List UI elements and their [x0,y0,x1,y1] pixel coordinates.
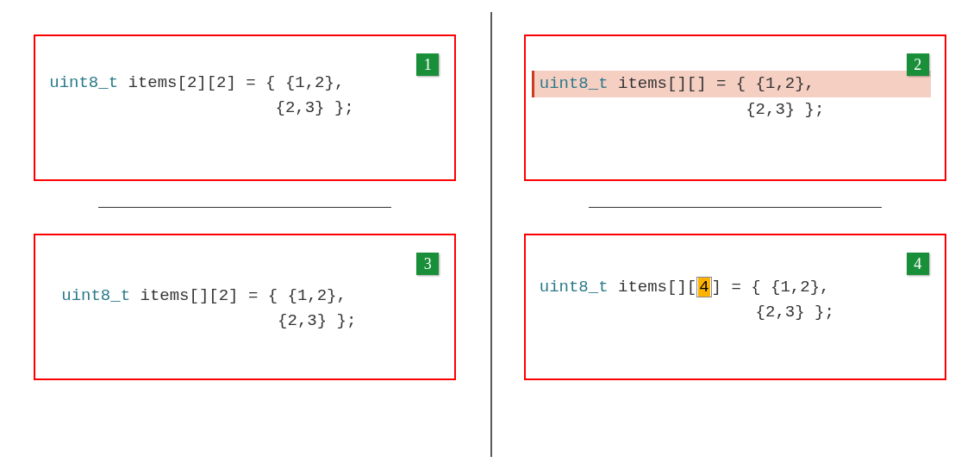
code-panel-4: 4 uint8_t items[][4] = { {1,2}, {2,3} }; [524,234,946,380]
quadrant-grid: 1 uint8_t items[2][2] = { {1,2}, {2,3} }… [0,0,980,469]
type-keyword: uint8_t [61,286,130,305]
right-column: 2 uint8_t items[][] = { {1,2}, {2,3} }; … [490,0,981,469]
code-panel-1: 1 uint8_t items[2][2] = { {1,2}, {2,3} }… [34,34,456,181]
code-block-4: uint8_t items[][4] = { {1,2}, {2,3} }; [540,251,931,326]
code-rest-line1: items[][] = { {1,2}, [609,74,815,93]
selected-char: 4 [698,278,709,297]
horizontal-rule-left [98,207,391,208]
panel-wrap-4: 4 uint8_t items[][4] = { {1,2}, {2,3} }; [516,234,955,380]
code-panel-2: 2 uint8_t items[][] = { {1,2}, {2,3} }; [524,34,946,181]
panel-wrap-3: 3 uint8_t items[][2] = { {1,2}, {2,3} }; [26,234,465,380]
code-post: ] = { {1,2}, [712,278,830,297]
panel-wrap-1: 1 uint8_t items[2][2] = { {1,2}, {2,3} }… [26,34,465,181]
code-pre: items[][ [609,278,697,297]
code-block-2: uint8_t items[][] = { {1,2}, {2,3} }; [540,52,931,123]
horizontal-rule-right [589,207,882,208]
code-rest-line1: items[][2] = { {1,2}, [130,286,346,305]
type-keyword: uint8_t [49,73,118,92]
code-line2: {2,3} }; [540,303,834,322]
code-line2: {2,3} }; [49,98,353,117]
code-block-1: uint8_t items[2][2] = { {1,2}, {2,3} }; [49,52,440,122]
panel-badge-1: 1 [416,53,439,76]
panel-badge-3: 3 [416,253,439,275]
vertical-separator [490,12,492,457]
panel-badge-4: 4 [907,253,929,275]
type-keyword: uint8_t [540,74,609,93]
panel-wrap-2: 2 uint8_t items[][] = { {1,2}, {2,3} }; [516,34,955,181]
panel-badge-2: 2 [907,53,929,76]
code-rest-line1: items[2][2] = { {1,2}, [118,73,344,92]
error-highlight-line: uint8_t items[][] = { {1,2}, [532,71,931,97]
code-block-3: uint8_t items[][2] = { {1,2}, {2,3} }; [49,251,440,335]
left-column: 1 uint8_t items[2][2] = { {1,2}, {2,3} }… [0,0,490,469]
cursor-selection-box[interactable]: 4 [696,277,711,297]
code-line2: {2,3} }; [61,311,356,330]
code-line2: {2,3} }; [540,100,825,119]
code-panel-3: 3 uint8_t items[][2] = { {1,2}, {2,3} }; [34,234,456,380]
type-keyword: uint8_t [540,278,609,297]
